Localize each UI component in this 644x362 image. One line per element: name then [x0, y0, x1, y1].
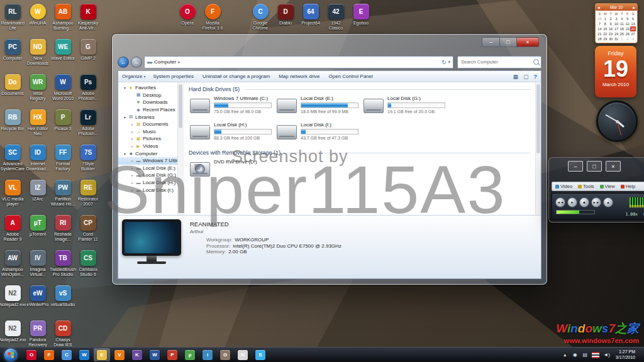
calendar-cell[interactable]: 28: [597, 36, 602, 41]
calendar-cell[interactable]: 21: [597, 31, 602, 36]
desktop-icon[interactable]: RB Recycle Bin: [0, 108, 25, 143]
desktop-icon[interactable]: P Picasa 3: [50, 108, 75, 143]
minimize-button[interactable]: –: [568, 161, 583, 172]
taskbar-icon[interactable]: µ: [182, 348, 198, 361]
calendar-cell[interactable]: T: [608, 11, 614, 16]
desktop-icon[interactable]: CP Corel Painter 11: [75, 214, 101, 249]
taskbar-icon[interactable]: F: [41, 348, 57, 361]
nav-tree-item[interactable]: ▾ ▤ Libraries: [118, 113, 183, 121]
taskbar-icon[interactable]: K: [129, 348, 145, 361]
desktop-icon[interactable]: ND New Downloads: [25, 38, 50, 73]
calendar-cell[interactable]: 4: [619, 16, 625, 21]
desktop-icon[interactable]: IV Imagina Virtual...: [25, 249, 50, 284]
calendar-cell[interactable]: 2: [625, 36, 630, 41]
tray-icon[interactable]: ▴: [562, 352, 568, 358]
calendar-cell[interactable]: 24: [614, 31, 619, 36]
transport-button[interactable]: ■: [579, 197, 589, 207]
help-icon[interactable]: ?: [534, 74, 538, 80]
maximize-button[interactable]: □: [500, 37, 517, 47]
desktop-icon[interactable]: C Google Chrome: [248, 3, 273, 38]
volume-slider[interactable]: [556, 210, 595, 214]
drive-tile[interactable]: Local Disk (I:) 43.7 GB free of 47.3 GB: [274, 121, 361, 147]
date-gadget[interactable]: Friday 19 March 2010: [595, 46, 636, 97]
calendar-cell[interactable]: 1: [619, 36, 625, 41]
desktop-icon[interactable]: AW Ashampoo WinOptim...: [0, 249, 25, 284]
desktop-icon[interactable]: vS virtualStudio: [50, 284, 75, 319]
drive-tile[interactable]: Local Disk (G:) 19.1 GB free of 20.0 GB: [361, 94, 448, 121]
search-input[interactable]: [460, 58, 533, 65]
calendar-cell[interactable]: S: [630, 11, 636, 16]
close-button[interactable]: ×: [517, 37, 539, 47]
desktop-icon[interactable]: eW eWinterPro: [25, 284, 50, 319]
calendar-cell[interactable]: 13: [630, 21, 636, 26]
desktop-icon[interactable]: D Diablo: [273, 3, 298, 38]
desktop-icon[interactable]: O Opera: [175, 3, 200, 38]
taskbar-icon[interactable]: i: [199, 348, 216, 361]
desktop-icon[interactable]: TB TwistedBrush Pro Studio: [50, 249, 75, 284]
tree-expander-icon[interactable]: ▸: [130, 144, 135, 148]
desktop-icon[interactable]: W Microsoft Word 2010: [50, 73, 75, 108]
tray-icon[interactable]: ▤: [582, 352, 588, 358]
drive-tile[interactable]: Local Disk (H:) 88.3 GB free of 100 GB: [187, 121, 274, 147]
nav-tree-item[interactable]: ▼ Downloads: [118, 99, 183, 106]
calendar-cell[interactable]: S: [597, 11, 602, 16]
transport-button[interactable]: ◄◄: [555, 197, 565, 207]
back-button[interactable]: ←: [118, 57, 129, 68]
address-dropdown-icon[interactable]: ▾: [448, 60, 450, 65]
taskbar-icon[interactable]: V: [111, 348, 128, 361]
calendar-gadget[interactable]: ◀ Mar 10 ▶ SMTWTFS2812345678910111213141…: [595, 3, 638, 43]
desktop-icon[interactable]: µT µTorrent: [25, 214, 50, 249]
calendar-cell[interactable]: 9: [608, 21, 614, 26]
calendar-cell[interactable]: 17: [614, 26, 619, 31]
taskbar-icon[interactable]: N: [235, 348, 251, 361]
calendar-cell[interactable]: 20: [630, 26, 636, 31]
desktop-icon[interactable]: AB Ashampoo Burning...: [50, 3, 75, 38]
calendar-cell[interactable]: 25: [619, 31, 625, 36]
toolbar-button[interactable]: System properties: [153, 74, 194, 79]
close-button[interactable]: ×: [606, 161, 621, 172]
desktop-icon[interactable]: RI Reshade Image...: [50, 214, 75, 249]
transport-button[interactable]: ►►: [591, 197, 601, 207]
tray-icon[interactable]: ◄): [603, 352, 610, 358]
calendar-cell[interactable]: 6: [630, 16, 636, 21]
desktop-icon[interactable]: ID Internet Download...: [25, 143, 50, 178]
desktop-icon[interactable]: Ps Adobe Photosh...: [75, 73, 101, 108]
calendar-cell[interactable]: 16: [608, 26, 614, 31]
search-box[interactable]: [457, 56, 541, 69]
calendar-cell[interactable]: 19: [625, 26, 630, 31]
desktop-icon[interactable]: FF Format Factory: [50, 143, 75, 178]
calendar-cell[interactable]: 18: [619, 26, 625, 31]
desktop-icon[interactable]: W WinUHA: [25, 3, 50, 38]
nav-tree-item[interactable]: ▸ ▣ Pictures: [118, 135, 183, 143]
calendar-cell[interactable]: 7: [597, 21, 602, 26]
calendar-cell[interactable]: 30: [608, 36, 614, 41]
desktop-icon[interactable]: F Mozilla Firefox 3.6: [200, 3, 225, 38]
player-menu-item[interactable]: Video: [555, 184, 572, 189]
desktop-icon[interactable]: WE Wave Editor: [50, 38, 75, 73]
taskbar-clock[interactable]: 1:27 PM 3/17/2010: [616, 349, 635, 360]
clock-gadget[interactable]: [596, 101, 638, 142]
taskbar-icon[interactable]: P: [164, 348, 180, 361]
forward-button[interactable]: →: [131, 57, 142, 68]
desktop-icon[interactable]: Do Documents: [0, 73, 25, 108]
nav-tree-item[interactable]: ▾ ★ Favorites: [118, 84, 183, 92]
calendar-cell[interactable]: 23: [608, 31, 614, 36]
maximize-button[interactable]: □: [587, 161, 602, 172]
desktop-icon[interactable]: Lr Adobe Photosh...: [75, 108, 101, 143]
tree-expander-icon[interactable]: ▾: [122, 115, 128, 119]
player-menu-item[interactable]: View: [600, 184, 615, 189]
calendar-cell[interactable]: 26: [625, 31, 630, 36]
nav-tree-item[interactable]: ▸ ♫ Music: [118, 128, 183, 136]
desktop-icon[interactable]: RE Restorator 2007: [75, 178, 101, 214]
desktop-icon[interactable]: PW Partition Wizard Ho...: [50, 178, 75, 214]
calendar-cell[interactable]: 11: [619, 21, 625, 26]
desktop-icon[interactable]: HX Hex Editor Neo: [25, 108, 50, 143]
calendar-cell[interactable]: 2: [608, 16, 614, 21]
transport-button[interactable]: ▲: [603, 197, 613, 207]
calendar-cell[interactable]: 14: [597, 26, 602, 31]
tree-expander-icon[interactable]: ▸: [130, 136, 135, 141]
calendar-cell[interactable]: 15: [602, 26, 608, 31]
desktop-icon[interactable]: 42 1942 Clasico Strike: [323, 3, 348, 38]
taskbar-icon[interactable]: W: [147, 348, 163, 361]
desktop-icon[interactable]: 7S 7Style Builder: [75, 143, 101, 178]
